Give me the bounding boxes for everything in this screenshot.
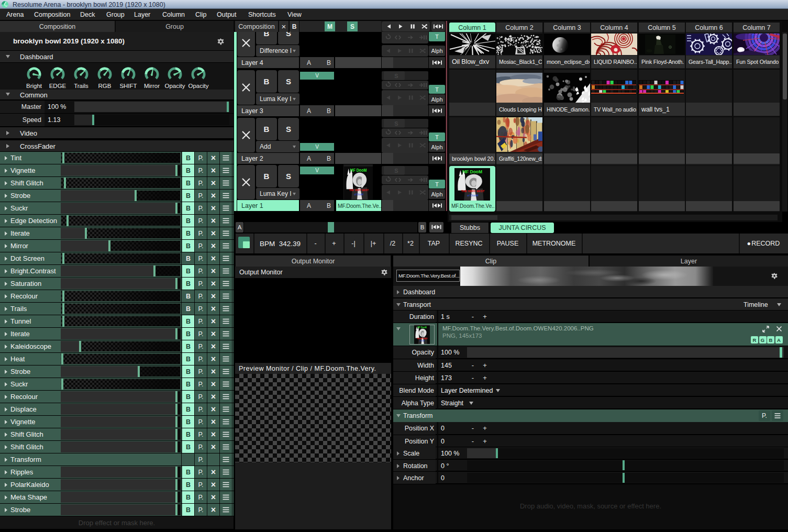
- svg-text:MF DooM: MF DooM: [350, 168, 367, 173]
- svg-text:MF DooM: MF DooM: [462, 169, 482, 174]
- svg-text:of DooM: of DooM: [467, 194, 479, 197]
- svg-text:THE VERY BEST: THE VERY BEST: [349, 189, 369, 192]
- svg-text:MF DooM: MF DooM: [417, 326, 427, 329]
- svg-text:THE VERY BEST: THE VERY BEST: [461, 190, 485, 193]
- svg-text:THE VERY BEST: THE VERY BEST: [417, 338, 427, 340]
- svg-text:of DooM: of DooM: [354, 193, 363, 196]
- svg-text:of DooM: of DooM: [420, 340, 425, 342]
